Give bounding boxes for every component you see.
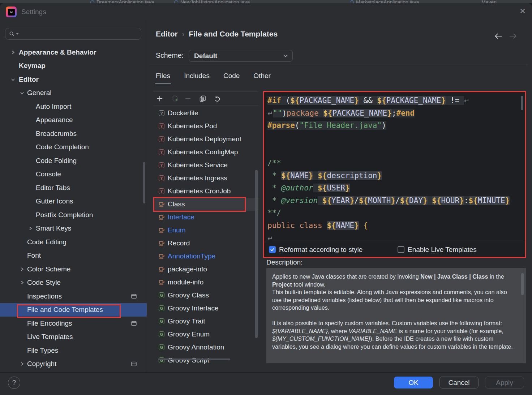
chevron-right-icon[interactable]	[20, 362, 24, 366]
tab-files[interactable]: Files	[156, 72, 170, 84]
back-arrow-icon[interactable]	[494, 32, 503, 40]
java-class-icon	[158, 214, 165, 221]
apply-button[interactable]: Apply	[485, 377, 524, 388]
duplicate-icon[interactable]	[199, 95, 207, 103]
template-item-groovy-script[interactable]: GGroovy Script	[154, 354, 258, 367]
chevron-down-icon[interactable]	[20, 91, 24, 95]
sidebar-item-live-templates[interactable]: Live Templates	[0, 330, 147, 344]
ok-button[interactable]: OK	[394, 377, 433, 388]
template-item-kubernetes-configmap[interactable]: YKubernetes ConfigMap	[154, 146, 258, 159]
template-item-kubernetes-ingress[interactable]: YKubernetes Ingress	[154, 172, 258, 185]
groovy-file-icon: G	[158, 344, 165, 351]
tab-other[interactable]: Other	[253, 72, 271, 84]
code-line: * ${NAME} ${description}	[267, 169, 525, 182]
scheme-select[interactable]: Default	[189, 50, 293, 62]
close-icon[interactable]: ✕	[517, 6, 528, 17]
sidebar-scrollbar[interactable]	[143, 162, 145, 203]
help-button[interactable]: ?	[8, 377, 20, 389]
code-token: @author	[281, 184, 313, 192]
editor-options-row: Reformat according to styleEnable Live T…	[264, 242, 525, 257]
code-token: (	[281, 96, 290, 105]
template-item-enum[interactable]: Enum	[154, 224, 258, 237]
checkbox-unchecked-icon[interactable]	[398, 246, 404, 253]
template-item-dockerfile[interactable]: ?Dockerfile	[154, 107, 258, 120]
template-item-kubernetes-deployment[interactable]: YKubernetes Deployment	[154, 133, 258, 146]
sidebar-item-code-folding[interactable]: Code Folding	[0, 154, 147, 168]
sidebar-item-auto-import[interactable]: Auto Import	[0, 100, 147, 113]
search-input[interactable]	[19, 30, 141, 38]
template-item-groovy-interface[interactable]: GGroovy Interface	[154, 302, 258, 315]
template-item-package-info[interactable]: package-info	[154, 263, 258, 276]
tab-includes[interactable]: Includes	[184, 72, 210, 84]
sidebar-item-general[interactable]: General	[0, 86, 147, 100]
sidebar-item-file-encodings[interactable]: File Encodings	[0, 317, 147, 330]
description-scrollbar[interactable]	[521, 273, 524, 295]
template-item-interface[interactable]: Interface	[154, 211, 258, 224]
search-field[interactable]	[5, 28, 141, 40]
sidebar-item-editor-tabs[interactable]: Editor Tabs	[0, 181, 147, 195]
template-item-label: Record	[168, 239, 190, 247]
sidebar-item-breadcrumbs[interactable]: Breadcrumbs	[0, 127, 147, 141]
tab-code[interactable]: Code	[223, 72, 240, 84]
sidebar-item-file-and-code-templates[interactable]: File and Code Templates	[0, 303, 147, 317]
chevron-right-icon[interactable]	[11, 50, 15, 55]
sidebar-item-appearance-behavior[interactable]: Appearance & Behavior	[0, 46, 147, 59]
template-item-module-info[interactable]: module-info	[154, 276, 258, 289]
template-item-kubernetes-cronjob[interactable]: YKubernetes CronJob	[154, 185, 258, 198]
sidebar-item-gutter-icons[interactable]: Gutter Icons	[0, 195, 147, 209]
chevron-right-icon[interactable]	[28, 226, 33, 231]
checkbox-checked-icon[interactable]	[269, 246, 276, 253]
sidebar-item-code-editing[interactable]: Code Editing	[0, 235, 147, 249]
checkbox-enable-live-templates[interactable]: Enable Live Templates	[398, 242, 477, 257]
sidebar-item-keymap[interactable]: Keymap	[0, 59, 147, 73]
chevron-down-icon	[283, 54, 288, 57]
sidebar-item-label: Code Folding	[36, 157, 77, 165]
template-item-groovy-class[interactable]: GGroovy Class	[154, 289, 258, 302]
sidebar-item-color-scheme[interactable]: Color Scheme	[0, 262, 147, 276]
sidebar-item-console[interactable]: Console	[0, 168, 147, 181]
add-icon[interactable]	[156, 95, 164, 103]
sidebar-item-code-style[interactable]: Code Style	[0, 276, 147, 290]
copy-template-icon[interactable]	[171, 95, 179, 103]
template-item-label: Interface	[168, 213, 194, 221]
remove-icon[interactable]	[184, 95, 192, 103]
variable-brace: ${	[318, 171, 327, 180]
template-item-annotationtype[interactable]: AnnotationType	[154, 250, 258, 263]
sidebar-item-code-completion[interactable]: Code Completion	[0, 141, 147, 154]
cancel-button[interactable]: Cancel	[439, 377, 479, 388]
chevron-right-icon[interactable]	[20, 280, 24, 285]
chevron-down-icon[interactable]	[11, 77, 15, 82]
sidebar-item-postfix-completion[interactable]: Postfix Completion	[0, 208, 147, 222]
template-item-groovy-enum[interactable]: GGroovy Enum	[154, 328, 258, 341]
sidebar-item-inspections[interactable]: Inspections	[0, 289, 147, 303]
sidebar-item-label: Console	[36, 170, 61, 178]
template-item-kubernetes-pod[interactable]: YKubernetes Pod	[154, 120, 258, 133]
sidebar-item-editor[interactable]: Editor	[0, 73, 147, 86]
template-item-groovy-annotation[interactable]: GGroovy Annotation	[154, 341, 258, 354]
java-class-icon	[158, 201, 165, 208]
breadcrumb-editor[interactable]: Editor	[156, 30, 178, 38]
template-item-label: Groovy Trait	[168, 317, 205, 325]
sidebar-item-label: Inspections	[27, 292, 62, 300]
editor-scrollbar[interactable]	[521, 96, 523, 110]
sidebar-item-file-types[interactable]: File Types	[0, 344, 147, 357]
sidebar-item-copyright[interactable]: Copyright	[0, 357, 147, 371]
code-token: package	[287, 109, 323, 117]
template-item-kubernetes-service[interactable]: YKubernetes Service	[154, 159, 258, 172]
forward-arrow-icon[interactable]	[508, 32, 518, 40]
checkbox-reformat-according-to-style[interactable]: Reformat according to style	[269, 242, 362, 257]
template-item-class[interactable]: Class	[154, 198, 258, 211]
description-paragraph: It is also possible to specify custom va…	[272, 319, 514, 351]
code-token: {	[364, 221, 368, 230]
sidebar-item-smart-keys[interactable]: Smart Keys	[0, 222, 147, 236]
sidebar-item-appearance[interactable]: Appearance	[0, 113, 147, 127]
sidebar-item-font[interactable]: Font	[0, 249, 147, 263]
template-item-record[interactable]: Record	[154, 237, 258, 250]
chevron-right-icon[interactable]	[20, 267, 24, 271]
template-item-groovy-trait[interactable]: GGroovy Trait	[154, 315, 258, 328]
reset-icon[interactable]	[214, 95, 222, 103]
template-list-horizontal-scrollbar[interactable]	[158, 358, 230, 360]
search-history-chevron-icon[interactable]	[16, 33, 19, 35]
code-editor[interactable]: #if (${PACKAGE_NAME} && ${PACKAGE_NAME} …	[264, 92, 525, 244]
template-list-vertical-scrollbar[interactable]	[255, 170, 258, 338]
